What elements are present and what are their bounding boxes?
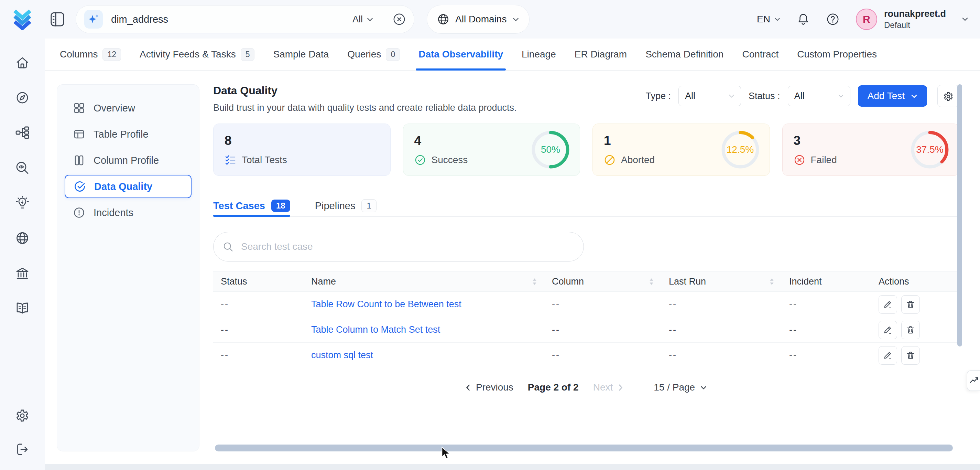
test-case-link[interactable]: Table Row Count to be Between test xyxy=(311,299,461,310)
chevron-down-icon xyxy=(911,94,917,98)
tab-custom-properties[interactable]: Custom Properties xyxy=(797,38,877,70)
help-icon[interactable] xyxy=(826,13,839,26)
test-case-search[interactable] xyxy=(213,232,584,261)
table-header-row: Status Name Column Last Run Incident Ac xyxy=(213,271,959,292)
tab-contract[interactable]: Contract xyxy=(742,38,778,70)
tab-schema-definition[interactable]: Schema Definition xyxy=(646,38,724,70)
tab-columns[interactable]: Columns12 xyxy=(60,38,121,70)
stat-value: 8 xyxy=(224,134,379,148)
page-info: Page 2 of 2 xyxy=(528,382,579,393)
sidebar-item-table-profile[interactable]: Table Profile xyxy=(65,123,191,146)
test-settings-button[interactable] xyxy=(937,85,959,107)
cell-incident: -- xyxy=(781,299,871,310)
explore-compass-icon[interactable] xyxy=(15,90,30,105)
tab-queries[interactable]: Queries0 xyxy=(347,38,400,70)
next-page-button[interactable]: Next xyxy=(593,382,623,393)
sidebar-item-column-profile[interactable]: Column Profile xyxy=(65,149,191,172)
stat-card-failed: 3 Failed 37.5% xyxy=(782,124,960,176)
insights-lightbulb-icon[interactable] xyxy=(15,196,30,210)
pipelines-count-badge: 1 xyxy=(361,199,376,212)
domains-selector[interactable]: All Domains xyxy=(427,5,530,34)
columns-icon xyxy=(73,154,85,167)
app-logo-icon[interactable] xyxy=(12,9,33,30)
failed-percent: 37.5% xyxy=(910,130,950,169)
tab-pipelines[interactable]: Pipelines 1 xyxy=(315,195,377,217)
domains-label: All Domains xyxy=(455,14,506,25)
delete-button[interactable] xyxy=(901,295,920,314)
chevron-down-icon xyxy=(367,18,373,21)
stat-label: Total Tests xyxy=(242,155,287,166)
failed-donut: 37.5% xyxy=(910,130,950,169)
logout-icon[interactable] xyxy=(15,442,30,457)
chevron-left-icon xyxy=(466,384,470,391)
trash-icon xyxy=(906,325,915,335)
sidebar-item-data-quality[interactable]: Data Quality xyxy=(65,175,191,198)
sidebar-item-label: Overview xyxy=(94,102,135,114)
delete-button[interactable] xyxy=(901,321,920,339)
tab-data-observability[interactable]: Data Observability xyxy=(418,38,503,70)
page-size-select[interactable]: 15 / Page xyxy=(654,382,706,393)
sort-icon[interactable] xyxy=(649,278,654,285)
type-filter-select[interactable]: All xyxy=(678,86,741,106)
sidebar-item-label: Column Profile xyxy=(94,155,159,166)
trash-icon xyxy=(906,351,915,360)
check-circle-icon xyxy=(73,180,86,193)
governance-bank-icon[interactable] xyxy=(15,266,30,281)
sort-icon[interactable] xyxy=(770,278,774,285)
add-test-button[interactable]: Add Test xyxy=(858,85,927,107)
home-icon[interactable] xyxy=(15,55,30,70)
global-search-bar[interactable]: dim_address All xyxy=(76,5,414,33)
glossary-book-icon[interactable] xyxy=(15,301,30,316)
lineage-flow-icon[interactable] xyxy=(15,125,30,140)
horizontal-scrollbar[interactable] xyxy=(215,445,953,451)
search-clear-icon[interactable] xyxy=(393,13,406,26)
test-case-link[interactable]: custom sql test xyxy=(311,350,373,360)
notifications-bell-icon[interactable] xyxy=(797,13,810,26)
settings-gear-icon[interactable] xyxy=(15,407,30,422)
tab-er-diagram[interactable]: ER Diagram xyxy=(574,38,627,70)
previous-page-button[interactable]: Previous xyxy=(466,382,513,393)
search-scope-dropdown[interactable]: All xyxy=(352,14,373,25)
domains-globe-icon[interactable] xyxy=(15,231,30,246)
sidebar-item-overview[interactable]: Overview xyxy=(65,96,191,120)
app-window: dim_address All All Domains xyxy=(0,0,980,470)
sort-icon[interactable] xyxy=(532,278,537,285)
delete-button[interactable] xyxy=(901,346,920,365)
stat-label: Success xyxy=(431,155,468,166)
ai-sparkle-icon xyxy=(84,10,103,29)
edit-button[interactable] xyxy=(878,321,897,339)
trash-icon xyxy=(906,300,915,309)
language-selector[interactable]: EN xyxy=(757,14,780,25)
tab-sample-data[interactable]: Sample Data xyxy=(273,38,329,70)
status-filter-select[interactable]: All xyxy=(788,86,850,106)
chevron-down-icon xyxy=(838,94,844,98)
test-case-link[interactable]: Table Column to Match Set test xyxy=(311,325,440,335)
stat-card-total-tests: 8 Total Tests xyxy=(213,124,391,176)
chevron-right-icon xyxy=(618,384,623,391)
aborted-ban-icon xyxy=(604,154,616,166)
chevron-down-icon xyxy=(774,18,780,21)
cell-status: -- xyxy=(213,299,304,310)
sidebar-toggle-icon[interactable] xyxy=(50,11,65,27)
tab-lineage[interactable]: Lineage xyxy=(522,38,556,70)
edit-button[interactable] xyxy=(878,295,897,314)
user-menu[interactable]: R rounakpreet.d Default xyxy=(856,8,968,30)
cell-column: -- xyxy=(544,350,661,360)
observability-search-eye-icon[interactable] xyxy=(15,160,30,175)
help-widget-tab[interactable] xyxy=(967,370,980,391)
tab-count-badge: 5 xyxy=(241,48,255,61)
cell-status: -- xyxy=(213,325,304,335)
chevron-down-icon xyxy=(513,18,519,21)
success-percent: 50% xyxy=(531,130,570,169)
vertical-scrollbar[interactable] xyxy=(957,84,962,346)
avatar: R xyxy=(856,9,877,30)
sidebar-item-label: Table Profile xyxy=(94,129,148,140)
test-case-search-input[interactable] xyxy=(240,241,574,253)
tab-activity-feeds[interactable]: Activity Feeds & Tasks5 xyxy=(140,38,255,70)
search-input[interactable]: dim_address xyxy=(111,14,168,25)
table-layout-icon xyxy=(73,128,85,140)
tab-test-cases[interactable]: Test Cases 18 xyxy=(213,195,290,217)
top-bar: dim_address All All Domains xyxy=(0,0,980,38)
edit-button[interactable] xyxy=(878,346,897,365)
sidebar-item-incidents[interactable]: Incidents xyxy=(65,201,191,224)
